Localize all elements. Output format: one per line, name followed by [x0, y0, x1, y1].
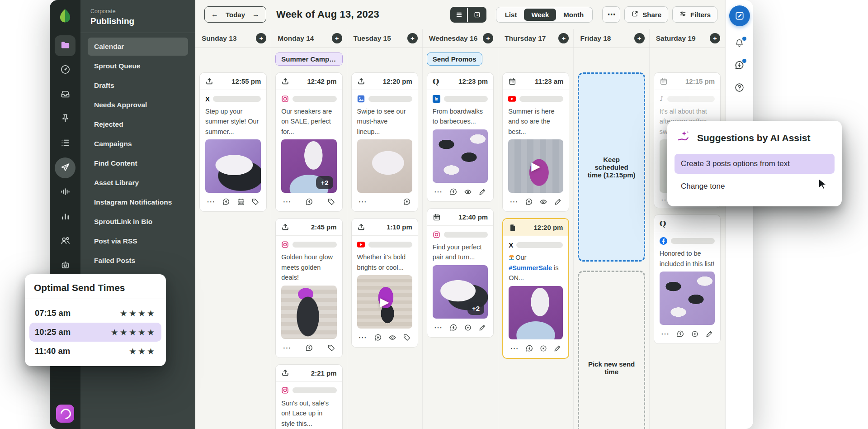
more-actions-icon[interactable]: ⋯ [359, 335, 368, 340]
pencil-icon[interactable] [478, 324, 486, 332]
pencil-icon[interactable] [554, 198, 562, 206]
target-icon[interactable] [691, 330, 699, 338]
chat-bolt-icon[interactable] [374, 334, 382, 342]
sidebar-item-asset-library[interactable]: Asset Library [88, 174, 188, 192]
today-button[interactable]: Today [226, 11, 245, 19]
ai-messages-button[interactable] [734, 60, 745, 71]
post-card[interactable]: 2:45 pmGolden hour glow meets golden dea… [275, 218, 342, 358]
new-time-dropzone[interactable]: Pick new send time [578, 271, 645, 429]
rail-item-paper-plane[interactable] [55, 157, 75, 178]
rail-item-robot[interactable] [55, 255, 75, 276]
post-card[interactable]: 12:20 pmXOur #SummerSale is ON...⋯ [502, 218, 569, 358]
post-card[interactable]: 12:42 pmOur sneakers are on SALE, perfec… [275, 72, 342, 212]
view-tab-list[interactable]: List [498, 9, 524, 21]
send-time-option[interactable]: 11:40 am★★★ [29, 342, 161, 361]
rail-item-list[interactable] [55, 133, 75, 154]
notifications-button[interactable] [734, 38, 745, 48]
sidebar-item-instagram-notifications[interactable]: Instagram Notifications [88, 193, 188, 211]
tag-icon[interactable] [251, 198, 259, 206]
rail-item-people[interactable] [55, 231, 75, 252]
rail-item-bar-chart[interactable] [55, 206, 75, 227]
add-post-button[interactable]: + [634, 33, 645, 43]
sidebar-item-rejected[interactable]: Rejected [88, 115, 188, 133]
view-tab-month[interactable]: Month [556, 9, 591, 21]
post-image[interactable]: ▶ [508, 139, 563, 193]
condensed-view-button[interactable] [451, 8, 468, 22]
post-card[interactable]: 12:40 pmFind your perfect pair and turn.… [427, 208, 494, 338]
more-actions-icon[interactable]: ⋯ [283, 200, 292, 204]
post-card[interactable]: 12:55 pmXStep up your summer style! Our … [199, 72, 267, 212]
target-icon[interactable] [539, 344, 547, 353]
hashtag-link[interactable]: #SummerSale [509, 264, 552, 272]
rail-item-inbox[interactable] [55, 84, 75, 105]
post-card[interactable]: 12:20 pmSwipe to see our must-have lineu… [351, 72, 418, 212]
post-image[interactable] [357, 139, 412, 193]
more-actions-icon[interactable]: ⋯ [283, 346, 292, 350]
post-card[interactable]: Q12:23 pminFrom boardwalks to barbecues.… [427, 72, 494, 202]
rail-item-gauge[interactable] [55, 60, 75, 81]
sidebar-item-find-content[interactable]: Find Content [88, 154, 188, 172]
more-actions-icon[interactable]: ⋯ [434, 325, 443, 330]
campaign-pill[interactable]: Send Promos [427, 52, 482, 66]
sidebar-item-sproutlink-in-bio[interactable]: SproutLink in Bio [88, 213, 188, 231]
chat-bolt-icon[interactable] [403, 198, 411, 206]
tag-icon[interactable] [327, 198, 335, 206]
share-button[interactable]: Share [624, 6, 668, 23]
chat-bolt-icon[interactable] [525, 344, 533, 353]
more-options-button[interactable]: ⋯ [602, 6, 620, 23]
eye-icon[interactable] [539, 198, 547, 206]
sidebar-item-calendar[interactable]: Calendar [88, 38, 188, 56]
single-day-view-button[interactable]: 1 [469, 8, 486, 22]
pencil-icon[interactable] [478, 188, 486, 196]
help-button[interactable] [734, 82, 745, 93]
chat-bolt-icon[interactable] [676, 330, 684, 338]
post-card[interactable]: 1:10 pmWhether it's bold brights or cool… [351, 218, 418, 348]
add-post-button[interactable]: + [483, 33, 493, 43]
more-actions-icon[interactable]: ⋯ [509, 200, 519, 204]
more-actions-icon[interactable]: ⋯ [661, 332, 670, 336]
chat-bolt-icon[interactable] [222, 198, 230, 206]
sidebar-item-campaigns[interactable]: Campaigns [88, 135, 188, 153]
chat-bolt-icon[interactable] [525, 198, 533, 206]
chat-bolt-icon[interactable] [305, 198, 313, 206]
post-image[interactable]: ▶ [357, 275, 412, 329]
chat-bolt-icon[interactable] [449, 188, 458, 196]
post-image[interactable] [281, 286, 336, 339]
pencil-icon[interactable] [705, 330, 713, 338]
sidebar-item-drafts[interactable]: Drafts [88, 76, 188, 95]
sidebar-item-sprout-queue[interactable]: Sprout Queue [88, 57, 188, 75]
pencil-icon[interactable] [553, 344, 561, 353]
campaign-pill[interactable]: Summer Campaign [275, 52, 342, 66]
rail-item-audio-wave[interactable] [55, 182, 75, 203]
rail-item-pin[interactable] [55, 109, 75, 129]
add-post-button[interactable]: + [407, 33, 418, 43]
more-actions-icon[interactable]: ⋯ [510, 346, 519, 351]
send-time-option[interactable]: 07:15 am★★★★ [29, 304, 161, 323]
post-image[interactable]: +2 [433, 265, 488, 319]
sidebar-item-failed-posts[interactable]: Failed Posts [88, 252, 188, 270]
sidebar-item-needs-approval[interactable]: Needs Approval [88, 96, 188, 114]
ai-suggestion-item[interactable]: Create 3 posts options from text [675, 154, 835, 174]
view-tab-week[interactable]: Week [524, 9, 556, 21]
chat-bolt-icon[interactable] [305, 344, 313, 352]
tag-icon[interactable] [327, 344, 335, 352]
add-post-button[interactable]: + [558, 33, 569, 43]
previous-week-button[interactable]: ← [211, 10, 218, 19]
more-actions-icon[interactable]: ⋯ [207, 200, 216, 204]
rail-item-folder[interactable] [55, 35, 75, 56]
sidebar-item-post-via-rss[interactable]: Post via RSS [88, 232, 188, 250]
post-card[interactable]: 11:23 amSummer is here and so are the be… [502, 72, 569, 212]
send-time-option[interactable]: 10:25 am★★★★★ [29, 323, 161, 342]
eye-icon[interactable] [464, 188, 472, 196]
post-image[interactable] [205, 139, 261, 193]
add-post-button[interactable]: + [332, 33, 342, 43]
post-image[interactable]: +2 [281, 139, 336, 193]
post-image[interactable] [509, 286, 563, 339]
keep-time-dropzone[interactable]: Keep scheduled time (12:15pm) [578, 72, 645, 262]
filters-button[interactable]: Filters [672, 6, 717, 23]
target-icon[interactable] [464, 324, 472, 332]
compose-button[interactable] [729, 5, 750, 26]
calendar-icon[interactable] [237, 198, 245, 206]
chat-bolt-icon[interactable] [449, 324, 458, 332]
add-post-button[interactable]: + [710, 33, 720, 43]
